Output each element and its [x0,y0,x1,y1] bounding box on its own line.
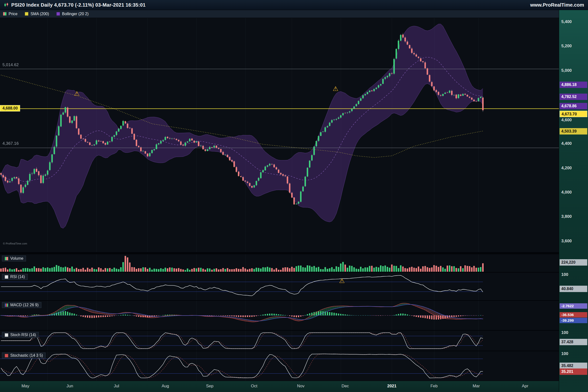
hline-label-4367[interactable]: 4,367.16 [2,141,18,146]
bollinger-swatch-icon [56,12,60,16]
price-badge: -2.7622 [560,303,587,309]
main-legend-bar: Price SMA (200) Bollinger (20 2) [0,10,559,18]
volume-canvas[interactable] [0,254,559,272]
axis-tick-label: 4,000 [561,190,572,195]
macd-canvas[interactable] [0,301,559,330]
x-axis-month-label: Aug [162,384,169,388]
website-link[interactable]: www.ProRealTime.com [530,2,584,8]
warning-icon[interactable]: ⚠ [339,278,345,284]
volume-legend-label: Volume [10,256,23,261]
price-badge: 4,678.86 [560,103,587,109]
x-axis-month-label: Jul [114,384,119,388]
volume-panel[interactable]: Volume [0,254,559,272]
stochastic-panel[interactable]: Stochastic (14 3 5) [0,351,559,381]
price-badge: 40.840 [560,286,587,292]
axis-tick-label: 3,600 [561,239,572,244]
x-axis-month-label: Jun [66,384,73,388]
stochastic-legend[interactable]: Stochastic (14 3 5) [2,352,46,358]
price-badge: -39.299 [560,318,587,323]
x-axis-month-label: Oct [251,384,257,388]
legend-bollinger-label: Bollinger (20 2) [62,12,89,16]
legend-sma-label: SMA (200) [30,12,49,16]
x-axis-month-label: Apr [522,384,528,388]
axis-tick-label: 3,800 [561,214,572,219]
chart-application: PSI20 Index Daily 4,673.70 (-2.11%) 03-M… [0,0,588,392]
x-axis-month-label: Sep [206,384,214,388]
axis-tick-label: 100 [561,272,568,277]
instrument-title: PSI20 Index Daily 4,673.70 (-2.11%) 03-M… [11,2,146,8]
x-axis-month-label: Feb [430,384,438,388]
rsi-legend[interactable]: RSI (14) [2,274,28,280]
hline-label-4688[interactable]: 4,688.00 [0,105,20,112]
axis-tick-label: 4,200 [561,166,572,170]
axis-tick-label: 4,600 [561,118,572,122]
price-badge: -36.536 [560,312,587,318]
macd-legend[interactable]: MACD (12 26 9) [2,302,42,308]
stochastic-swatch-icon [5,354,8,358]
price-badge: 37.428 [560,339,587,345]
warning-icon[interactable]: ⚠ [74,90,80,97]
app-icon [4,2,9,7]
panel-separator[interactable] [0,252,559,254]
price-badge: 35.482 [560,362,587,369]
rsi-legend-label: RSI (14) [10,275,25,279]
macd-swatch-icon [5,303,8,307]
price-badge: 224,220 [560,259,587,266]
price-badge: 4,503.39 [560,128,587,134]
macd-panel[interactable]: MACD (12 26 9) [0,301,559,330]
rsi-swatch-icon [5,275,8,279]
volume-legend[interactable]: Volume [2,256,26,262]
price-badge: 4,782.52 [560,94,587,100]
price-swatch-icon [3,12,6,16]
axis-tick-label: 100 [561,351,568,356]
watermark: © ProRealTime.com [3,242,27,245]
sma-swatch-icon [25,12,28,16]
title-bar: PSI20 Index Daily 4,673.70 (-2.11%) 03-M… [0,0,588,10]
axis-tick-label: 5,200 [561,44,572,48]
axis-tick-label: 5,400 [561,19,572,24]
macd-legend-label: MACD (12 26 9) [10,303,39,307]
legend-price-label: Price [8,12,18,16]
stochastic-legend-label: Stochastic (14 3 5) [10,353,43,358]
stoch-rsi-swatch-icon [5,333,8,337]
x-axis-month-label: Nov [297,384,304,388]
price-badge: 4,886.18 [560,82,587,88]
x-axis-month-label: 2021 [387,384,396,388]
volume-swatch-icon [5,257,8,260]
price-badge: 4,673.70 [560,111,587,117]
warning-icon[interactable]: ⚠ [333,86,338,92]
x-axis-month-label: Dec [342,384,349,388]
time-axis[interactable]: MayJunJulAugSepOctNovDec2021FebMarApr [0,381,559,392]
stochastic-canvas[interactable] [0,351,559,381]
axis-tick-label: 4,400 [561,141,572,146]
price-axis-column[interactable]: 5,4005,2005,0004,886.184,782.524,678.864… [559,10,588,392]
rsi-panel[interactable]: RSI (14) ⚠ [0,273,559,300]
price-badge: 35.201 [560,368,587,375]
legend-bollinger[interactable]: Bollinger (20 2) [56,12,89,16]
axis-tick-label: 5,000 [561,68,572,73]
x-axis-month-label: May [22,384,30,388]
rsi-canvas[interactable] [0,273,559,300]
legend-sma[interactable]: SMA (200) [25,12,49,16]
hline-label-5014[interactable]: 5,014.62 [2,62,18,68]
stoch-rsi-panel[interactable]: Stoch RSI (14) [0,331,559,350]
stoch-rsi-legend[interactable]: Stoch RSI (14) [2,332,39,338]
x-axis-month-label: Mar [472,384,480,388]
stoch-rsi-canvas[interactable] [0,331,559,350]
axis-tick-label: 100 [561,330,568,335]
price-chart-panel[interactable]: 5,014.62 4,688.00 4,367.16 © ProRealTime… [0,18,559,252]
legend-price[interactable]: Price [3,12,18,16]
stoch-rsi-legend-label: Stoch RSI (14) [10,333,36,337]
price-chart-canvas[interactable] [0,18,559,252]
